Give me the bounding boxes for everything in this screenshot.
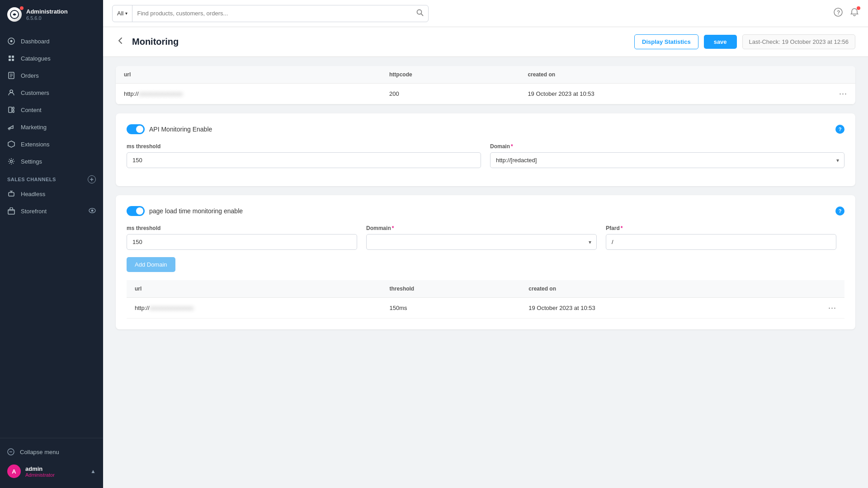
sidebar-item-content[interactable]: Content	[0, 101, 103, 118]
sidebar-item-label-orders: Orders	[21, 72, 96, 79]
sidebar-item-headless[interactable]: Headless	[0, 185, 103, 202]
user-role: Administrator	[25, 472, 55, 478]
topbar-actions: ?	[834, 8, 859, 19]
search-button[interactable]	[412, 9, 428, 18]
page-load-toggle-row: page load time monitoring enable ?	[127, 206, 844, 216]
back-button[interactable]	[116, 36, 125, 47]
svg-rect-18	[9, 192, 14, 196]
api-monitoring-toggle[interactable]	[127, 124, 145, 134]
svg-marker-16	[8, 141, 14, 147]
main-content: All ▾ ? Monitoring Display Stat	[103, 0, 868, 488]
api-domain-group: Domain* http://[redacted]	[490, 143, 844, 168]
add-domain-button[interactable]: Add Domain	[127, 257, 175, 272]
api-domain-select-wrapper: http://[redacted]	[490, 152, 844, 168]
customers-icon	[7, 89, 15, 97]
sidebar-item-customers[interactable]: Customers	[0, 84, 103, 101]
col-created-on: created on	[519, 66, 813, 84]
more-options-icon[interactable]: ···	[839, 89, 847, 98]
row-more-button[interactable]: ···	[831, 84, 855, 104]
api-help-icon[interactable]: ?	[835, 125, 844, 134]
page-load-ms-threshold-input[interactable]	[127, 234, 357, 250]
top-url-table: URL httpcode created on http://xxxxxxxxx…	[116, 66, 855, 104]
sidebar-item-extensions[interactable]: Extensions	[0, 136, 103, 153]
svg-rect-13	[13, 107, 14, 109]
top-url-table-card: URL httpcode created on http://xxxxxxxxx…	[116, 66, 855, 104]
page: Monitoring Display Statistics save Last-…	[103, 27, 868, 488]
sidebar-item-settings[interactable]: Settings	[0, 153, 103, 170]
page-load-url-blurred-part: xxxxxxxxxxxxxxx	[150, 305, 194, 311]
collapse-menu-button[interactable]: Collapse menu	[0, 444, 103, 460]
svg-line-27	[421, 14, 423, 15]
api-monitoring-card: API Monitoring Enable ? ms threshold Dom…	[116, 113, 855, 186]
page-load-col-created-on: created on	[520, 280, 802, 298]
col-actions-1	[813, 66, 831, 84]
user-name: admin	[25, 465, 55, 472]
page-load-dommain-group: Dommain*	[366, 225, 597, 250]
svg-rect-6	[12, 59, 14, 61]
sidebar-item-orders[interactable]: Orders	[0, 67, 103, 84]
page-load-monitoring-card: page load time monitoring enable ? ms th…	[116, 195, 855, 329]
marketing-icon	[7, 123, 15, 131]
col-url: URL	[116, 66, 381, 84]
page-load-threshold-cell: 150ms	[382, 298, 521, 319]
page-load-dommain-select[interactable]	[366, 234, 597, 250]
api-form-row: ms threshold Domain* http://[redacted]	[127, 143, 844, 168]
page-load-ms-threshold-group: ms threshold	[127, 225, 357, 250]
svg-rect-4	[12, 56, 14, 58]
storefront-eye-icon[interactable]	[89, 207, 96, 215]
sidebar-item-label-settings: Settings	[21, 158, 96, 165]
storefront-icon	[7, 207, 15, 215]
svg-point-11	[10, 90, 13, 93]
page-load-monitoring-toggle[interactable]	[127, 206, 145, 216]
sidebar-item-label-headless: Headless	[21, 191, 96, 197]
sidebar-item-label-marketing: Marketing	[21, 124, 96, 131]
extensions-icon	[7, 140, 15, 148]
page-load-dommain-select-wrapper	[366, 234, 597, 250]
display-statistics-button[interactable]: Display Statistics	[634, 34, 698, 49]
page-load-row-more-button[interactable]: ···	[820, 298, 844, 319]
page-load-col-actions-1	[802, 280, 820, 298]
search-input[interactable]	[132, 10, 412, 17]
row-action-1	[813, 84, 831, 104]
sales-channels-label: Sales Channels	[7, 177, 56, 182]
svg-point-23	[91, 210, 94, 212]
headless-icon	[7, 190, 15, 198]
sidebar-item-storefront[interactable]: Storefront	[0, 202, 103, 220]
url-blurred-part: xxxxxxxxxxxxxxx	[139, 90, 183, 97]
add-sales-channel-button[interactable]: +	[88, 175, 96, 183]
sidebar-item-dashboard[interactable]: Dashboard	[0, 33, 103, 50]
page-load-more-options-icon[interactable]: ···	[828, 303, 836, 312]
sidebar-item-catalogues[interactable]: Catalogues	[0, 50, 103, 67]
page-load-col-actions-2	[820, 280, 844, 298]
api-ms-threshold-label: ms threshold	[127, 143, 481, 150]
page-content: URL httpcode created on http://xxxxxxxxx…	[103, 57, 868, 347]
notification-bell-icon[interactable]	[850, 8, 859, 19]
svg-text:?: ?	[837, 9, 840, 16]
search-filter-button[interactable]: All ▾	[113, 5, 132, 22]
svg-point-17	[10, 160, 13, 163]
avatar: A	[7, 465, 21, 478]
catalogues-icon	[7, 54, 15, 62]
sales-channels-header: Sales Channels +	[0, 170, 103, 185]
sidebar-item-marketing[interactable]: Marketing	[0, 118, 103, 136]
user-section[interactable]: A admin Administrator ▲	[0, 460, 103, 483]
page-load-help-icon[interactable]: ?	[835, 206, 844, 216]
settings-icon	[7, 157, 15, 165]
app-version: 6.5.6.0	[26, 15, 68, 21]
api-ms-threshold-input[interactable]	[127, 152, 481, 168]
last-check-info: Last-Check: 19 October 2023 at 12:56	[742, 34, 855, 49]
notification-badge	[857, 6, 860, 10]
page-load-pfard-input[interactable]	[606, 234, 836, 250]
save-button[interactable]: save	[704, 35, 737, 49]
sidebar-item-label-extensions: Extensions	[21, 141, 96, 148]
help-icon[interactable]: ?	[834, 8, 843, 19]
page-load-form-row: ms threshold Dommain*	[127, 225, 844, 250]
page-load-toggle-slider	[127, 206, 145, 216]
search-bar: All ▾	[112, 5, 429, 22]
api-domain-select[interactable]: http://[redacted]	[490, 152, 844, 168]
sidebar-item-label-dashboard: Dashboard	[21, 38, 96, 45]
notification-dot	[20, 6, 24, 10]
page-load-ms-threshold-label: ms threshold	[127, 225, 357, 231]
avatar-letter: A	[12, 468, 16, 475]
dashboard-icon	[7, 37, 15, 45]
